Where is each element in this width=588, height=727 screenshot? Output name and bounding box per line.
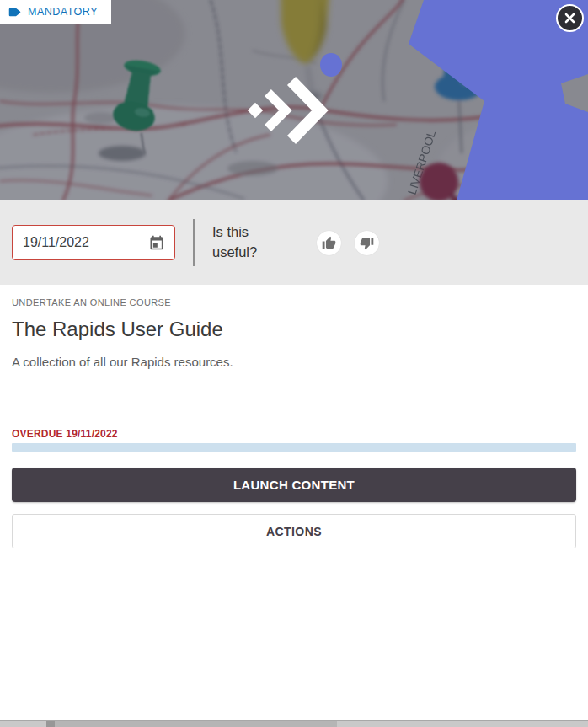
overdue-label: OVERDUE 19/11/2022 [12,428,576,440]
useful-question: Is this useful? [212,222,290,263]
due-date-field[interactable] [12,225,175,260]
hero-image: LIVERPOOL [0,0,588,200]
meta-bar: Is this useful? [0,200,588,285]
page-title: The Rapids User Guide [12,318,576,341]
thumb-down-button[interactable] [355,231,379,255]
course-card: LIVERPOOL [0,0,588,727]
mandatory-badge: MANDATORY [0,0,111,24]
divider [193,219,195,266]
thumb-up-button[interactable] [317,231,341,255]
scrollbar-thumb[interactable] [46,721,337,727]
close-button[interactable] [556,4,584,32]
close-icon [564,13,575,24]
thumb-down-icon [360,236,374,250]
launch-content-button[interactable]: LAUNCH CONTENT [12,468,576,502]
mandatory-label: MANDATORY [28,6,98,18]
calendar-icon[interactable] [148,234,165,251]
progress-bar [12,443,576,452]
due-date-input[interactable] [23,235,122,250]
horizontal-scrollbar[interactable] [0,720,588,727]
course-type-label: UNDERTAKE AN ONLINE COURSE [12,297,576,307]
tag-icon [8,6,21,19]
course-content: UNDERTAKE AN ONLINE COURSE The Rapids Us… [0,285,588,548]
thumb-up-icon [322,236,336,250]
map-photo: LIVERPOOL [0,0,588,200]
course-description: A collection of all our Rapids resources… [12,355,576,368]
actions-button[interactable]: ACTIONS [12,514,576,548]
